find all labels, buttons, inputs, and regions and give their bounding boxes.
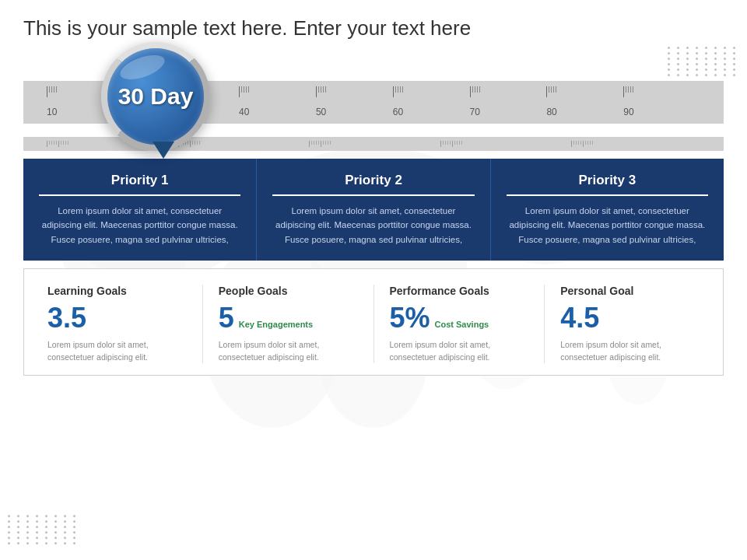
goal-learning-title: Learning Goals [47, 285, 187, 297]
goals-section: Learning Goals 3.5 Lorem ipsum dolor sit… [23, 268, 724, 376]
goal-learning-value-row: 3.5 [47, 302, 187, 334]
goal-performance-value-row: 5% Cost Savings [390, 302, 529, 334]
goal-people-text: Lorem ipsum dolor sit amet, consectetuer… [219, 339, 358, 364]
tick-10: 10 [47, 107, 57, 117]
goal-personal-value: 4.5 [560, 302, 599, 334]
goal-personal-value-row: 4.5 [560, 302, 700, 334]
goal-performance: Performance Goals 5% Cost Savings Lorem … [374, 285, 545, 364]
tick-80: 80 [546, 107, 556, 117]
goal-people-title: People Goals [219, 285, 358, 297]
tick-90: 90 [623, 107, 633, 117]
priority-2-title: Priority 2 [272, 173, 474, 196]
goal-performance-label: Cost Savings [435, 320, 489, 329]
goal-learning-value: 3.5 [47, 302, 86, 334]
magnifier: 30 Day [101, 42, 226, 166]
priority-2-text: Lorem ipsum dolor sit amet, consectetuer… [272, 204, 474, 247]
goal-personal-title: Personal Goal [560, 285, 700, 297]
priority-3-text: Lorem ipsum dolor sit amet, consectetuer… [507, 204, 708, 247]
priority-3-title: Priority 3 [507, 173, 708, 196]
content-wrapper: This is your sample text here. Enter you… [0, 0, 747, 560]
tick-70: 70 [470, 107, 480, 117]
magnifier-label: 30 Day [118, 83, 194, 110]
goal-people-value: 5 [219, 302, 234, 334]
priority-1-title: Priority 1 [39, 173, 240, 196]
goal-personal: Personal Goal 4.5 Lorem ipsum dolor sit … [545, 285, 715, 364]
goal-learning-text: Lorem ipsum dolor sit amet, consectetuer… [47, 339, 187, 364]
magnifier-circle: 30 Day [101, 42, 210, 151]
tick-50: 50 [316, 107, 326, 117]
priority-section: Priority 1 Lorem ipsum dolor sit amet, c… [23, 159, 724, 261]
goal-people-label: Key Engagements [239, 320, 313, 329]
goal-performance-text: Lorem ipsum dolor sit amet, consectetuer… [390, 339, 529, 364]
tick-60: 60 [393, 107, 403, 117]
priority-box-3: Priority 3 Lorem ipsum dolor sit amet, c… [491, 159, 724, 261]
magnifier-handle [153, 142, 174, 159]
tick-40: 40 [239, 107, 249, 117]
goal-learning: Learning Goals 3.5 Lorem ipsum dolor sit… [32, 285, 203, 364]
priority-1-text: Lorem ipsum dolor sit amet, consectetuer… [39, 204, 240, 247]
goal-personal-text: Lorem ipsum dolor sit amet, consectetuer… [560, 339, 700, 364]
goal-people: People Goals 5 Key Engagements Lorem ips… [203, 285, 374, 364]
priority-box-1: Priority 1 Lorem ipsum dolor sit amet, c… [23, 159, 257, 261]
goal-people-value-row: 5 Key Engagements [219, 302, 358, 334]
page-title: This is your sample text here. Enter you… [23, 16, 724, 42]
goal-performance-title: Performance Goals [390, 285, 529, 297]
timeline-section: 30 Day 10 [23, 58, 724, 151]
priority-box-2: Priority 2 Lorem ipsum dolor sit amet, c… [257, 159, 490, 261]
goal-performance-value: 5% [390, 302, 430, 334]
